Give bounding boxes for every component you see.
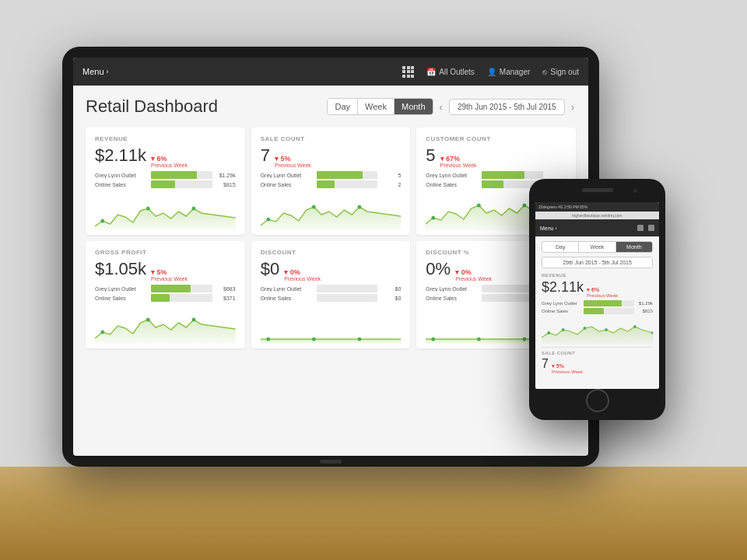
card-value-row: 5 ▾ 67% Previous Week xyxy=(426,145,566,168)
date-range-text: 29th Jun 2015 - 5th Jul 2015 xyxy=(458,103,556,111)
card-title: REVENUE xyxy=(95,135,236,142)
next-date-button[interactable]: › xyxy=(570,101,576,113)
card-change: ▾ 67% Previous Week xyxy=(440,155,477,168)
bar-row: Grey Lynn Outlet $1.29k xyxy=(95,171,236,179)
bar-label: Online Sales xyxy=(426,296,479,301)
bar-row: Grey Lynn Outlet xyxy=(426,171,566,179)
phone-revenue-chart xyxy=(542,316,653,344)
phone-menu-icon[interactable] xyxy=(648,225,654,231)
phone-revenue-value-row: $2.11k ▾ 6% Previous Week xyxy=(542,279,653,298)
svg-point-6 xyxy=(432,216,436,220)
bar-value: $371 xyxy=(216,296,236,301)
bar-fill xyxy=(151,285,191,292)
phone-bar-online: Online Sales $815 xyxy=(542,308,653,314)
phone-revenue-section: REVENUE $2.11k ▾ 6% Previous Week Grey L… xyxy=(542,273,653,344)
bar-label: Grey Lynn Outlet xyxy=(426,173,479,178)
phone-navbar: Menu › xyxy=(535,219,659,236)
phone-period-selector: Day Week Month xyxy=(542,241,653,253)
bar-label: Grey Lynn Outlet xyxy=(95,286,148,292)
phone-grid-icon[interactable] xyxy=(637,225,644,231)
card-value: 0% xyxy=(426,259,451,279)
week-button[interactable]: Week xyxy=(358,99,395,114)
svg-point-0 xyxy=(100,219,104,223)
svg-point-13 xyxy=(312,338,316,341)
bar-value: 2 xyxy=(381,182,401,187)
bar-row: Online Sales $0 xyxy=(261,294,402,302)
menu-button[interactable]: Menu › xyxy=(82,67,109,76)
date-range: 29th Jun 2015 - 5th Jul 2015 xyxy=(449,99,565,115)
manager-label: Manager xyxy=(500,68,530,76)
bar-track xyxy=(317,285,378,292)
signout-nav-item[interactable]: ⎋ Sign out xyxy=(542,68,579,76)
phone-week-button[interactable]: Week xyxy=(579,242,615,252)
phone-day-button[interactable]: Day xyxy=(542,242,579,252)
phone-revenue-change: ▾ 6% Previous Week xyxy=(587,287,618,298)
svg-point-7 xyxy=(477,204,481,208)
cards-grid: REVENUE $2.11k ▾ 6% Previous Week Grey L… xyxy=(86,128,576,348)
tablet-home-button[interactable] xyxy=(320,460,342,464)
outlets-nav-item[interactable]: 📅 All Outlets xyxy=(426,68,475,76)
bar-fill xyxy=(151,294,170,302)
card-pct: ▾ 0% xyxy=(284,268,300,276)
svg-point-12 xyxy=(266,338,270,341)
svg-point-19 xyxy=(562,328,565,331)
bar-label: Online Sales xyxy=(261,182,314,187)
phone-bar-grey-lynn: Grey Lynn Outlet $1.29k xyxy=(542,300,653,306)
card-prev-label: Previous Week xyxy=(151,163,188,168)
phone-menu-label[interactable]: Menu › xyxy=(540,226,557,231)
dashboard-card: REVENUE $2.11k ▾ 6% Previous Week Grey L… xyxy=(86,128,245,235)
bar-track xyxy=(151,294,212,302)
bar-value: $815 xyxy=(216,182,236,187)
day-button[interactable]: Day xyxy=(328,99,358,114)
bar-row: Grey Lynn Outlet $683 xyxy=(95,285,236,292)
svg-point-16 xyxy=(477,338,481,341)
bar-label: Grey Lynn Outlet xyxy=(261,173,314,178)
grid-icon[interactable] xyxy=(402,66,414,78)
bar-value: $0 xyxy=(381,296,401,301)
card-prev-label: Previous Week xyxy=(284,276,321,282)
wood-surface xyxy=(0,467,747,560)
bar-track xyxy=(151,180,212,188)
tablet-device: Menu › 📅 All Outlets 👤 Manager xyxy=(62,47,599,467)
card-prev-label: Previous Week xyxy=(275,163,311,168)
phone-content: Day Week Month 29th Jun 2015 - 5th Jul 2… xyxy=(535,236,659,381)
phone-sale-pct: ▾ 5% xyxy=(552,363,583,369)
phone-sale-value-row: 7 ▾ 5% Previous Week xyxy=(542,357,653,374)
manager-icon: 👤 xyxy=(487,68,496,76)
card-value: 7 xyxy=(261,145,270,166)
card-value-row: $1.05k ▾ 5% Previous Week xyxy=(95,259,236,282)
phone-bar-online-val: $815 xyxy=(636,309,653,313)
card-value: 5 xyxy=(426,145,435,166)
dashboard-title: Retail Dashboard xyxy=(86,96,314,117)
phone-home-button[interactable] xyxy=(586,389,609,412)
bar-row: Grey Lynn Outlet 5 xyxy=(261,171,402,179)
svg-point-15 xyxy=(432,338,436,341)
tablet-content: Retail Dashboard Day Week Month ‹ 29th J… xyxy=(73,86,588,359)
phone-date-range: 29th Jun 2015 - 5th Jul 2015 xyxy=(542,257,653,268)
bar-fill xyxy=(482,171,524,179)
phone-sale-prev: Previous Week xyxy=(552,369,583,374)
bar-fill xyxy=(151,180,175,188)
tablet-screen: Menu › 📅 All Outlets 👤 Manager xyxy=(73,58,588,456)
bar-track xyxy=(151,171,212,179)
phone-speaker xyxy=(582,188,613,192)
card-pct: ▾ 0% xyxy=(455,268,472,276)
card-value-row: 7 ▾ 5% Previous Week xyxy=(261,145,402,168)
card-prev-label: Previous Week xyxy=(440,163,477,168)
bar-value: 5 xyxy=(381,173,401,178)
card-change: ▾ 5% Previous Week xyxy=(151,268,188,282)
card-title: DISCOUNT xyxy=(261,249,402,256)
bar-row: Online Sales $371 xyxy=(95,294,236,302)
menu-chevron-icon: › xyxy=(107,68,109,75)
manager-nav-item[interactable]: 👤 Manager xyxy=(487,68,530,76)
phone-sale-value: 7 xyxy=(542,357,549,371)
signout-icon: ⎋ xyxy=(542,68,547,76)
mini-chart xyxy=(95,191,236,230)
tablet-navbar: Menu › 📅 All Outlets 👤 Manager xyxy=(73,58,588,86)
month-button[interactable]: Month xyxy=(395,99,433,114)
bar-value: $0 xyxy=(381,286,401,292)
card-pct: ▾ 67% xyxy=(440,155,461,163)
phone-month-button[interactable]: Month xyxy=(616,242,652,252)
card-value-row: $2.11k ▾ 6% Previous Week xyxy=(95,145,236,168)
prev-date-button[interactable]: ‹ xyxy=(438,101,444,113)
